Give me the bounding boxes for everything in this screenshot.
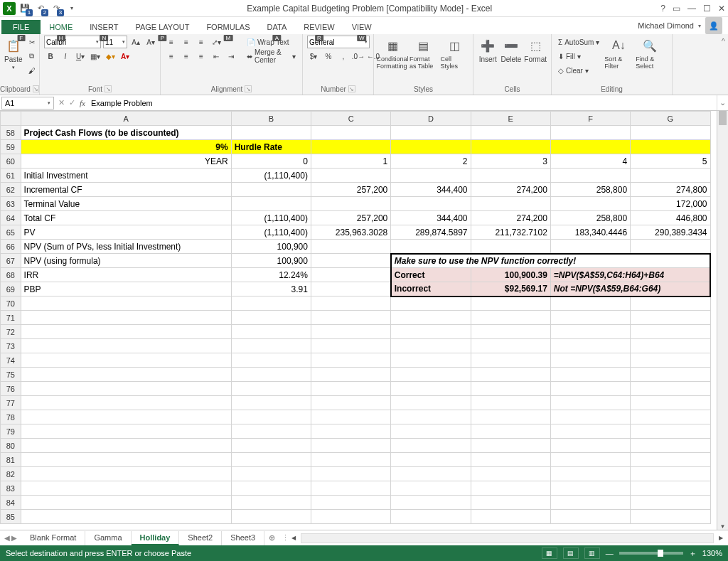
- cell-D60[interactable]: 2: [391, 154, 471, 169]
- cell-E84[interactable]: [471, 496, 550, 510]
- cell-G63[interactable]: 172,000: [631, 197, 710, 211]
- cell-A63[interactable]: Terminal Value: [21, 197, 231, 211]
- cell-E70[interactable]: [471, 296, 550, 311]
- cell-G83[interactable]: [631, 481, 710, 496]
- cell-D67[interactable]: Make sure to use the NPV function correc…: [391, 254, 710, 268]
- zoom-level[interactable]: 130%: [702, 549, 722, 557]
- ribbon-tab-home[interactable]: HOMEH: [41, 20, 81, 34]
- align-left-icon[interactable]: ≡: [165, 50, 178, 63]
- cell-B75[interactable]: [231, 368, 311, 382]
- cell-B63[interactable]: [231, 197, 311, 211]
- cell-D79[interactable]: [391, 424, 471, 439]
- cell-B77[interactable]: [231, 396, 311, 410]
- cell-G73[interactable]: [631, 339, 710, 353]
- cell-A60[interactable]: YEAR: [21, 154, 231, 169]
- cell-G70[interactable]: [631, 296, 710, 311]
- cell-B66[interactable]: 100,900: [231, 240, 311, 254]
- cell-E76[interactable]: [471, 382, 550, 396]
- cell-C85[interactable]: [311, 510, 390, 524]
- cell-A77[interactable]: [21, 396, 231, 410]
- cell-D66[interactable]: [391, 240, 471, 254]
- cell-G71[interactable]: [631, 311, 710, 325]
- fill-button[interactable]: ⬇ Fill▾: [556, 50, 601, 63]
- cell-E71[interactable]: [471, 311, 550, 325]
- row-header-70[interactable]: 70: [1, 296, 21, 311]
- cell-D65[interactable]: 289,874.5897: [391, 225, 471, 240]
- cell-D85[interactable]: [391, 510, 471, 524]
- cell-F71[interactable]: [550, 311, 630, 325]
- ribbon-tab-insert[interactable]: INSERTN: [81, 20, 127, 34]
- autosum-button[interactable]: Σ AutoSum ▾: [556, 36, 601, 48]
- cell-G78[interactable]: [631, 410, 710, 424]
- align-right-icon[interactable]: ≡: [195, 50, 208, 63]
- page-layout-view-icon[interactable]: ▤: [563, 547, 579, 559]
- decrease-indent-icon[interactable]: ⇤: [210, 50, 223, 63]
- cell-F65[interactable]: 183,340.4446: [550, 225, 630, 240]
- cell-E82[interactable]: [471, 467, 550, 481]
- italic-button[interactable]: I: [59, 50, 72, 63]
- cell-E69[interactable]: $92,569.17: [471, 282, 550, 296]
- sheet-tab-holliday[interactable]: Holliday: [132, 531, 180, 545]
- row-header-68[interactable]: 68: [1, 268, 21, 282]
- alignment-launcher-icon[interactable]: ↘: [245, 85, 252, 92]
- cell-G65[interactable]: 290,389.3434: [631, 225, 710, 240]
- cell-D76[interactable]: [391, 382, 471, 396]
- qat-redo-icon[interactable]: ↷3: [50, 2, 63, 15]
- cell-C64[interactable]: 257,200: [311, 211, 390, 225]
- cell-C58[interactable]: [311, 126, 390, 140]
- cell-E73[interactable]: [471, 339, 550, 353]
- cell-B74[interactable]: [231, 353, 311, 368]
- wrap-text-button[interactable]: 📄Wrap Text: [245, 36, 298, 48]
- row-header-81[interactable]: 81: [1, 453, 21, 467]
- cell-C59[interactable]: [311, 140, 390, 154]
- ribbon-tab-view[interactable]: VIEWW: [343, 20, 380, 34]
- bold-button[interactable]: B: [44, 50, 57, 63]
- cell-F66[interactable]: [550, 240, 630, 254]
- cell-A75[interactable]: [21, 368, 231, 382]
- cell-B83[interactable]: [231, 481, 311, 496]
- cell-D64[interactable]: 344,400: [391, 211, 471, 225]
- cell-C83[interactable]: [311, 481, 390, 496]
- row-header-79[interactable]: 79: [1, 424, 21, 439]
- sort-filter-button[interactable]: A↓Sort & Filter: [604, 36, 633, 70]
- cell-E74[interactable]: [471, 353, 550, 368]
- cell-B62[interactable]: [231, 183, 311, 197]
- minimize-icon[interactable]: —: [687, 4, 696, 14]
- row-header-59[interactable]: 59: [1, 140, 21, 154]
- cell-D75[interactable]: [391, 368, 471, 382]
- cell-F78[interactable]: [550, 410, 630, 424]
- row-header-73[interactable]: 73: [1, 339, 21, 353]
- ribbon-tab-formulas[interactable]: FORMULASM: [198, 20, 258, 34]
- cell-C62[interactable]: 257,200: [311, 183, 390, 197]
- align-top-icon[interactable]: ≡: [165, 36, 178, 48]
- cell-F80[interactable]: [550, 439, 630, 453]
- cell-D80[interactable]: [391, 439, 471, 453]
- ribbon-options-icon[interactable]: ▭: [673, 4, 680, 14]
- scrollbar-thumb[interactable]: [719, 111, 727, 125]
- cell-A69[interactable]: PBP: [21, 282, 231, 296]
- cell-D72[interactable]: [391, 325, 471, 339]
- cell-B64[interactable]: (1,110,400): [231, 211, 311, 225]
- sheet-tab-gamma[interactable]: Gamma: [85, 531, 131, 545]
- cell-A68[interactable]: IRR: [21, 268, 231, 282]
- cell-C68[interactable]: [311, 268, 390, 282]
- cell-A76[interactable]: [21, 382, 231, 396]
- cell-B68[interactable]: 12.24%: [231, 268, 311, 282]
- row-header-76[interactable]: 76: [1, 382, 21, 396]
- cell-G64[interactable]: 446,800: [631, 211, 710, 225]
- qat-customize-icon[interactable]: ▾: [65, 2, 78, 15]
- row-header-63[interactable]: 63: [1, 197, 21, 211]
- cell-D63[interactable]: [391, 197, 471, 211]
- cells-table[interactable]: ABCDEFG58Project Cash Flows (to be disco…: [0, 111, 711, 524]
- cell-C82[interactable]: [311, 467, 390, 481]
- qat-undo-icon[interactable]: ↶2: [34, 2, 47, 15]
- font-name-select[interactable]: Calibri: [44, 36, 101, 48]
- cell-D73[interactable]: [391, 339, 471, 353]
- number-launcher-icon[interactable]: ↘: [348, 85, 355, 92]
- normal-view-icon[interactable]: ▦: [542, 547, 557, 559]
- sheet-nav-prev-icon[interactable]: ◀: [4, 534, 10, 542]
- col-header-C[interactable]: C: [311, 112, 390, 126]
- cell-C80[interactable]: [311, 439, 390, 453]
- increase-decimal-icon[interactable]: .0→: [352, 50, 365, 63]
- copy-icon[interactable]: ⧉: [26, 50, 38, 63]
